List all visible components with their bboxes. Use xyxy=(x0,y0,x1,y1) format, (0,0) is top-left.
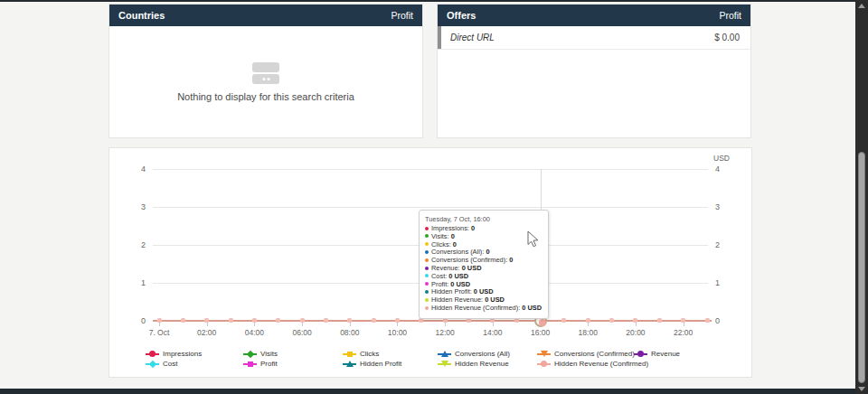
legend-label: Hidden Revenue xyxy=(455,360,509,368)
legend-marker-icon xyxy=(146,360,159,368)
x-axis-label: 16:00 xyxy=(531,328,550,337)
scrollbar-thumb[interactable] xyxy=(858,152,865,383)
legend-label: Profit xyxy=(260,360,278,368)
legend-marker-shape xyxy=(148,360,156,367)
data-point-marker xyxy=(609,318,614,323)
legend-label: Impressions xyxy=(163,350,202,358)
window-bottom-border xyxy=(0,389,868,394)
tooltip-series-bullet-icon xyxy=(425,282,429,286)
y-axis-right-label: 0 xyxy=(715,316,737,325)
offer-row-direct-url[interactable]: Direct URL $ 0.00 xyxy=(438,26,750,50)
data-point-marker xyxy=(276,318,280,323)
data-point-marker xyxy=(347,318,352,323)
legend-marker-icon xyxy=(343,360,356,368)
legend-marker-shape xyxy=(541,361,547,367)
empty-state-message: Nothing to display for this search crite… xyxy=(177,91,354,102)
tooltip-series-bullet-icon xyxy=(425,274,429,277)
timeseries-chart-widget: USD Tuesday, 7 Oct, 16:00 Impressions: 0… xyxy=(108,147,752,378)
offers-title: Offers xyxy=(447,10,476,21)
x-axis-label: 08:00 xyxy=(340,328,359,337)
tooltip-series-bullet-icon xyxy=(425,298,429,302)
countries-empty-state: Nothing to display for this search crite… xyxy=(109,26,422,137)
legend-item-visits[interactable]: Visits xyxy=(243,350,278,358)
offers-profit-column-header[interactable]: Profit xyxy=(719,10,741,21)
legend-item-hidden-profit[interactable]: Hidden Profit xyxy=(343,360,401,368)
legend-marker-icon xyxy=(537,350,551,358)
tooltip-series-bullet-icon xyxy=(425,258,429,262)
legend-marker-icon xyxy=(438,350,451,358)
legend-marker-icon xyxy=(537,360,551,368)
data-point-marker xyxy=(586,318,590,323)
legend-item-hidden-revenue-confirmed-[interactable]: Hidden Revenue (Confirmed) xyxy=(537,360,648,368)
x-axis-label: 02:00 xyxy=(197,328,216,337)
y-axis-left-label: 3 xyxy=(109,202,146,211)
data-point-marker xyxy=(300,318,305,323)
legend-marker-icon xyxy=(438,360,451,368)
legend-label: Conversions (Confirmed) xyxy=(554,350,635,358)
tooltip-series-bullet-icon xyxy=(425,290,429,294)
legend-item-profit[interactable]: Profit xyxy=(243,360,278,368)
y-axis-left-label: 2 xyxy=(109,240,146,249)
legend-label: Clicks xyxy=(360,350,379,358)
legend-marker-icon xyxy=(634,350,647,358)
legend-marker-shape xyxy=(637,351,644,357)
offer-name: Direct URL xyxy=(450,33,495,42)
tooltip-series-bullet-icon xyxy=(425,306,429,310)
legend-item-cost[interactable]: Cost xyxy=(146,360,177,368)
legend-item-impressions[interactable]: Impressions xyxy=(146,350,202,358)
countries-title: Countries xyxy=(118,10,165,21)
vertical-scrollbar[interactable] xyxy=(855,0,868,394)
hovered-data-point-dot xyxy=(539,319,546,326)
offers-widget-header: Offers Profit xyxy=(438,5,750,26)
legend-marker-icon xyxy=(343,350,356,358)
x-axis-label: 22:00 xyxy=(674,328,693,337)
countries-profit-column-header[interactable]: Profit xyxy=(391,10,413,21)
empty-list-icon xyxy=(250,62,281,86)
legend-marker-shape xyxy=(441,351,448,357)
tooltip-series-bullet-icon xyxy=(425,234,429,238)
legend-item-conversions-all-[interactable]: Conversions (All) xyxy=(438,350,510,358)
y-axis-right-label: 4 xyxy=(715,164,737,174)
legend-label: Visits xyxy=(260,350,278,358)
legend-marker-shape xyxy=(346,361,354,367)
legend-marker-shape xyxy=(347,352,353,357)
x-axis-label: 14:00 xyxy=(483,328,502,337)
x-axis-label: 12:00 xyxy=(436,328,455,337)
y-axis-left-label: 0 xyxy=(109,316,146,325)
tooltip-title: Tuesday, 7 Oct, 16:00 xyxy=(425,215,542,223)
tooltip-series-bullet-icon xyxy=(425,267,429,270)
x-axis-label: 04:00 xyxy=(245,328,264,337)
legend-marker-shape xyxy=(541,351,548,357)
x-axis-label: 06:00 xyxy=(292,328,311,337)
data-point-marker xyxy=(705,318,710,323)
y-axis-unit-label: USD xyxy=(713,154,730,163)
y-axis-right-label: 1 xyxy=(715,278,737,287)
data-point-marker xyxy=(157,318,162,323)
tooltip-metric-row: Hidden Revenue (Confirmed): 0 USD xyxy=(425,305,542,313)
legend-item-conversions-confirmed-[interactable]: Conversions (Confirmed) xyxy=(537,350,635,358)
legend-item-clicks[interactable]: Clicks xyxy=(343,350,379,358)
scroll-up-icon[interactable] xyxy=(858,4,865,8)
offers-widget: Offers Profit Direct URL $ 0.00 xyxy=(437,4,751,138)
offer-profit-value: $ 0.00 xyxy=(714,33,740,42)
legend-label: Hidden Profit xyxy=(360,360,401,368)
legend-item-hidden-revenue[interactable]: Hidden Revenue xyxy=(438,360,509,368)
legend-label: Cost xyxy=(163,360,177,368)
data-point-marker xyxy=(252,318,257,323)
x-axis-label: 7. Oct xyxy=(149,328,170,337)
legend-marker-shape xyxy=(246,350,253,357)
legend-item-revenue[interactable]: Revenue xyxy=(634,350,680,358)
chart-plot-area: USD Tuesday, 7 Oct, 16:00 Impressions: 0… xyxy=(109,148,751,377)
data-point-marker xyxy=(657,318,662,323)
scroll-down-icon[interactable] xyxy=(858,387,865,391)
y-gridline xyxy=(153,169,708,170)
tooltip-series-bullet-icon xyxy=(425,242,429,246)
legend-marker-icon xyxy=(243,360,257,368)
series-line xyxy=(153,320,712,322)
legend-marker-shape xyxy=(248,361,253,367)
legend-label: Revenue xyxy=(651,350,680,358)
legend-label: Conversions (All) xyxy=(455,350,510,358)
tooltip-series-bullet-icon xyxy=(425,227,429,230)
countries-widget: Countries Profit Nothing to display for … xyxy=(108,4,423,138)
y-axis-left-label: 1 xyxy=(109,278,146,287)
